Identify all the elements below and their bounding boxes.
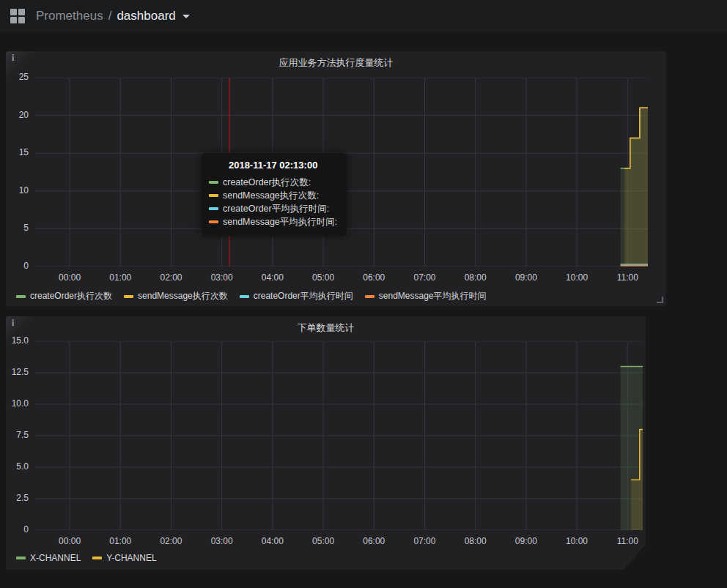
y-tick-label: 5.0 [6, 461, 29, 472]
grid-icon-square [18, 9, 25, 15]
x-tick-label: 11:00 [617, 536, 638, 546]
graph-tooltip: 2018-11-17 02:13:00 createOrder执行次数:send… [202, 153, 347, 236]
legend-label: createOrder执行次数 [30, 290, 112, 302]
graph-legend: X-CHANNELY-CHANNEL [16, 553, 157, 563]
dashboard-title[interactable]: dashboard [117, 9, 175, 23]
legend-item[interactable]: createOrder平均执行时间 [240, 290, 353, 302]
legend-item[interactable]: Y-CHANNEL [92, 553, 156, 563]
x-tick-label: 02:00 [160, 272, 182, 283]
x-tick-label: 00:00 [59, 536, 81, 546]
dashboards-grid-icon[interactable] [10, 9, 25, 23]
y-tick-label: 15.0 [6, 335, 29, 346]
y-tick-label: 25 [6, 72, 29, 82]
y-tick-label: 5 [6, 223, 29, 233]
series-color-dash-icon [209, 194, 218, 197]
legend-label: sendMessage执行次数 [138, 290, 228, 302]
legend-item[interactable]: sendMessage执行次数 [124, 290, 228, 302]
tooltip-series-label: createOrder平均执行时间: [223, 203, 329, 215]
x-tick-label: 09:00 [515, 536, 537, 546]
top-nav-bar: Prometheus / dashboard [0, 0, 727, 32]
legend-label: sendMessage平均执行时间 [379, 290, 487, 302]
tooltip-timestamp: 2018-11-17 02:13:00 [209, 160, 337, 171]
legend-label: createOrder平均执行时间 [254, 290, 353, 302]
time-series-plot[interactable] [35, 341, 643, 530]
tooltip-series-row: createOrder执行次数: [209, 176, 337, 189]
y-tick-label: 10.0 [6, 398, 29, 409]
tooltip-series-label: sendMessage平均执行时间: [223, 216, 337, 228]
tooltip-series-list: createOrder执行次数:sendMessage执行次数:createOr… [209, 176, 337, 228]
x-tick-label: 10:00 [566, 536, 588, 546]
x-tick-label: 04:00 [262, 536, 284, 546]
y-tick-label: 15 [6, 147, 29, 157]
x-tick-label: 07:00 [413, 536, 435, 546]
series-color-dash-icon [365, 295, 374, 298]
x-tick-label: 07:00 [413, 272, 435, 283]
x-tick-label: 11:00 [617, 272, 638, 283]
series-color-dash-icon [209, 181, 218, 184]
panel-title[interactable]: 应用业务方法执行度量统计 [6, 56, 666, 70]
y-tick-label: 10 [6, 185, 29, 196]
legend-item[interactable]: X-CHANNEL [16, 553, 81, 563]
series-color-dash-icon [209, 207, 218, 210]
breadcrumb-separator: / [108, 9, 112, 23]
x-tick-label: 04:00 [262, 272, 284, 283]
tooltip-series-row: createOrder平均执行时间: [209, 202, 337, 215]
panel-resize-handle[interactable] [657, 297, 663, 303]
x-tick-label: 03:00 [211, 536, 233, 546]
x-tick-label: 10:00 [566, 272, 588, 283]
x-tick-label: 05:00 [312, 536, 334, 546]
x-tick-label: 05:00 [312, 272, 334, 283]
grid-icon-square [10, 17, 17, 23]
series-color-dash-icon [209, 220, 218, 223]
x-tick-label: 00:00 [59, 272, 81, 283]
x-tick-label: 01:00 [109, 536, 131, 546]
x-tick-label: 08:00 [465, 272, 487, 283]
tooltip-series-row: sendMessage平均执行时间: [209, 215, 337, 228]
x-tick-label: 02:00 [160, 536, 182, 546]
y-tick-label: 20 [6, 110, 29, 120]
chart-canvas [35, 341, 643, 530]
y-tick-label: 7.5 [6, 430, 29, 440]
y-tick-label: 0 [6, 261, 29, 271]
graph-legend: createOrder执行次数sendMessage执行次数createOrde… [16, 290, 487, 302]
series-color-dash-icon [240, 295, 249, 298]
panel-method-metrics: i 应用业务方法执行度量统计 2018-11-17 02:13:00 creat… [6, 51, 666, 306]
legend-label: Y-CHANNEL [106, 553, 156, 563]
series-color-dash-icon [16, 295, 26, 298]
x-tick-label: 06:00 [363, 272, 385, 283]
series-color-dash-icon [124, 295, 133, 298]
legend-item[interactable]: createOrder执行次数 [16, 290, 112, 302]
panel-order-count: i 下单数量统计 X-CHANNELY-CHANNEL 02.55.07.510… [6, 316, 646, 570]
legend-item[interactable]: sendMessage平均执行时间 [365, 290, 487, 302]
tooltip-series-row: sendMessage执行次数: [209, 189, 337, 202]
breadcrumb-folder: Prometheus [36, 9, 103, 23]
legend-label: X-CHANNEL [30, 553, 81, 563]
x-tick-label: 01:00 [109, 272, 131, 283]
breadcrumb[interactable]: Prometheus / dashboard [36, 9, 190, 23]
x-tick-label: 08:00 [465, 536, 487, 546]
series-color-dash-icon [16, 557, 26, 559]
y-tick-label: 12.5 [6, 367, 29, 377]
x-tick-label: 03:00 [211, 272, 233, 283]
tooltip-series-label: createOrder执行次数: [223, 176, 311, 189]
grid-icon-square [10, 9, 17, 15]
y-tick-label: 2.5 [6, 493, 29, 503]
chevron-down-icon[interactable] [182, 15, 190, 18]
y-tick-label: 0 [6, 524, 29, 535]
series-color-dash-icon [92, 557, 102, 559]
tooltip-series-label: sendMessage执行次数: [223, 190, 319, 202]
x-tick-label: 06:00 [363, 536, 385, 546]
grid-icon-square [18, 17, 25, 23]
x-tick-label: 09:00 [515, 272, 537, 283]
panel-title[interactable]: 下单数量统计 [6, 321, 646, 335]
